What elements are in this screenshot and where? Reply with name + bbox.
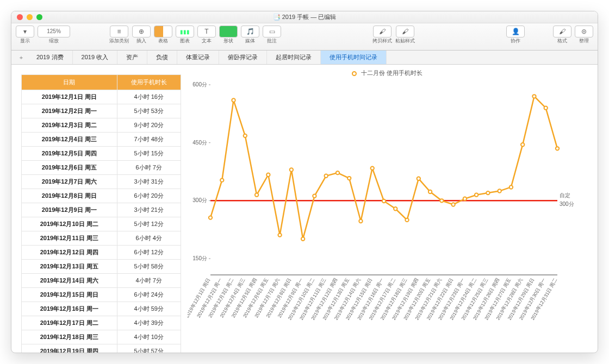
cell-duration[interactable]: 4小时 59分	[117, 302, 181, 316]
cell-duration[interactable]: 4小时 16分	[117, 90, 181, 104]
table-row[interactable]: 2019年12月14日 周六 4小时 7分	[22, 274, 181, 288]
tab-1[interactable]: 2019 收入	[73, 51, 118, 64]
cell-date[interactable]: 2019年12月10日 周二	[22, 217, 117, 231]
collab-button[interactable]: 👤协作	[506, 26, 525, 45]
cell-date[interactable]: 2019年12月13日 周五	[22, 260, 117, 274]
table-row[interactable]: 2019年12月15日 周日 6小时 24分	[22, 288, 181, 302]
chart-legend: 十二月份 使用手机时长	[188, 69, 587, 77]
tab-3[interactable]: 负债	[147, 51, 177, 64]
table-button[interactable]: 表格	[154, 26, 172, 45]
chart-button[interactable]: ▮▮▮图表	[176, 26, 194, 45]
legend-marker-icon	[352, 71, 357, 76]
cell-date[interactable]: 2019年12月15日 周日	[22, 288, 117, 302]
tab-7[interactable]: 使用手机时间记录	[321, 51, 387, 64]
cell-date[interactable]: 2019年12月11日 周三	[22, 231, 117, 246]
cell-duration[interactable]: 4小时 10分	[117, 330, 181, 344]
cell-duration[interactable]: 5小时 57分	[117, 344, 181, 353]
table-row[interactable]: 2019年12月6日 周五 6小时 7分	[22, 161, 181, 175]
cell-date[interactable]: 2019年12月9日 周一	[22, 203, 117, 217]
sheet-tabs: + 2019 消费2019 收入资产负债体重记录俯卧撑记录起居时间记录使用手机时…	[11, 51, 598, 65]
cell-duration[interactable]: 5小时 15分	[117, 147, 181, 161]
table-row[interactable]: 2019年12月1日 周日 4小时 16分	[22, 90, 181, 104]
zoom-select[interactable]: 125%缩放	[38, 26, 70, 45]
cell-duration[interactable]: 6小时 4分	[117, 231, 181, 246]
cell-date[interactable]: 2019年12月1日 周日	[22, 90, 117, 104]
view-button[interactable]: ▾显示	[16, 26, 34, 45]
cell-duration[interactable]: 5小时 58分	[117, 260, 181, 274]
cell-date[interactable]: 2019年12月19日 周四	[22, 344, 117, 353]
cell-date[interactable]: 2019年12月12日 周四	[22, 246, 117, 260]
shape-button[interactable]: 形状	[219, 26, 238, 45]
tab-0[interactable]: 2019 消费	[28, 51, 73, 64]
cell-date[interactable]: 2019年12月17日 周二	[22, 316, 117, 330]
table-row[interactable]: 2019年12月17日 周二 4小时 39分	[22, 316, 181, 330]
cell-date[interactable]: 2019年12月18日 周三	[22, 330, 117, 344]
table-row[interactable]: 2019年12月2日 周一 5小时 53分	[22, 104, 181, 118]
table-row[interactable]: 2019年12月19日 周四 5小时 57分	[22, 344, 181, 353]
cell-duration[interactable]: 6小时 7分	[117, 161, 181, 175]
insert-button[interactable]: ⊕插入	[132, 26, 151, 45]
svg-text:300分: 300分	[192, 197, 207, 203]
table-row[interactable]: 2019年12月16日 周一 4小时 59分	[22, 302, 181, 316]
svg-point-33	[451, 203, 455, 206]
svg-point-32	[440, 199, 443, 202]
cell-date[interactable]: 2019年12月8日 周日	[22, 189, 117, 203]
cell-duration[interactable]: 6小时 24分	[117, 288, 181, 302]
tab-6[interactable]: 起居时间记录	[267, 51, 321, 64]
col-duration[interactable]: 使用手机时长	[117, 75, 181, 90]
cell-duration[interactable]: 7小时 48分	[117, 133, 181, 147]
svg-point-27	[382, 199, 386, 203]
svg-point-39	[521, 143, 524, 146]
table-row[interactable]: 2019年12月12日 周四 6小时 12分	[22, 246, 181, 260]
svg-text:自定: 自定	[560, 192, 570, 198]
annotate-button[interactable]: ▭批注	[263, 26, 281, 45]
text-button[interactable]: T文本	[197, 26, 216, 45]
tidy-button[interactable]: ⊜整理	[575, 26, 593, 45]
svg-point-22	[324, 174, 327, 178]
cell-date[interactable]: 2019年12月3日 周二	[22, 118, 117, 133]
copy-style-button[interactable]: 🖌拷贝样式	[372, 26, 392, 45]
svg-point-17	[266, 173, 270, 176]
table-row[interactable]: 2019年12月13日 周五 5小时 58分	[22, 260, 181, 274]
table-row[interactable]: 2019年12月8日 周日 6小时 20分	[22, 189, 181, 203]
tab-5[interactable]: 俯卧撑记录	[219, 51, 267, 64]
format-button[interactable]: 🖌格式	[553, 26, 571, 45]
minimize-icon[interactable]	[27, 14, 33, 20]
tab-4[interactable]: 体重记录	[177, 51, 219, 64]
col-date[interactable]: 日期	[22, 75, 117, 90]
cell-date[interactable]: 2019年12月14日 周六	[22, 274, 117, 288]
table-row[interactable]: 2019年12月5日 周四 5小时 15分	[22, 147, 181, 161]
cell-duration[interactable]: 5小时 53分	[117, 104, 181, 118]
table-row[interactable]: 2019年12月11日 周三 6小时 4分	[22, 231, 181, 246]
cell-date[interactable]: 2019年12月16日 周一	[22, 302, 117, 316]
fullscreen-icon[interactable]	[36, 14, 42, 20]
close-icon[interactable]	[17, 14, 23, 20]
add-tab-button[interactable]: +	[15, 54, 28, 61]
cell-duration[interactable]: 5小时 12分	[117, 217, 181, 231]
cell-duration[interactable]: 4小时 39分	[117, 316, 181, 330]
table-row[interactable]: 2019年12月9日 周一 3小时 21分	[22, 203, 181, 217]
paste-style-button[interactable]: 🖌粘贴样式	[395, 26, 415, 45]
media-button[interactable]: 🎵媒体	[241, 26, 259, 45]
cell-duration[interactable]: 4小时 7分	[117, 274, 181, 288]
cell-date[interactable]: 2019年12月5日 周四	[22, 147, 117, 161]
cell-date[interactable]: 2019年12月2日 周一	[22, 104, 117, 118]
tab-2[interactable]: 资产	[117, 51, 147, 64]
add-category-button[interactable]: ≡添加类别	[109, 26, 129, 45]
table-row[interactable]: 2019年12月10日 周二 5小时 12分	[22, 217, 181, 231]
cell-duration[interactable]: 9小时 20分	[117, 118, 181, 133]
cell-duration[interactable]: 3小时 21分	[117, 203, 181, 217]
cell-duration[interactable]: 6小时 20分	[117, 189, 181, 203]
cell-duration[interactable]: 3小时 31分	[117, 175, 181, 189]
cell-date[interactable]: 2019年12月6日 周五	[22, 161, 117, 175]
table-row[interactable]: 2019年12月4日 周三 7小时 48分	[22, 133, 181, 147]
svg-point-16	[255, 193, 258, 196]
svg-point-24	[347, 177, 351, 180]
table-row[interactable]: 2019年12月7日 周六 3小时 31分	[22, 175, 181, 189]
cell-date[interactable]: 2019年12月7日 周六	[22, 175, 117, 189]
svg-point-25	[359, 219, 362, 223]
table-row[interactable]: 2019年12月18日 周三 4小时 10分	[22, 330, 181, 344]
cell-duration[interactable]: 6小时 12分	[117, 246, 181, 260]
table-row[interactable]: 2019年12月3日 周二 9小时 20分	[22, 118, 181, 133]
cell-date[interactable]: 2019年12月4日 周三	[22, 133, 117, 147]
